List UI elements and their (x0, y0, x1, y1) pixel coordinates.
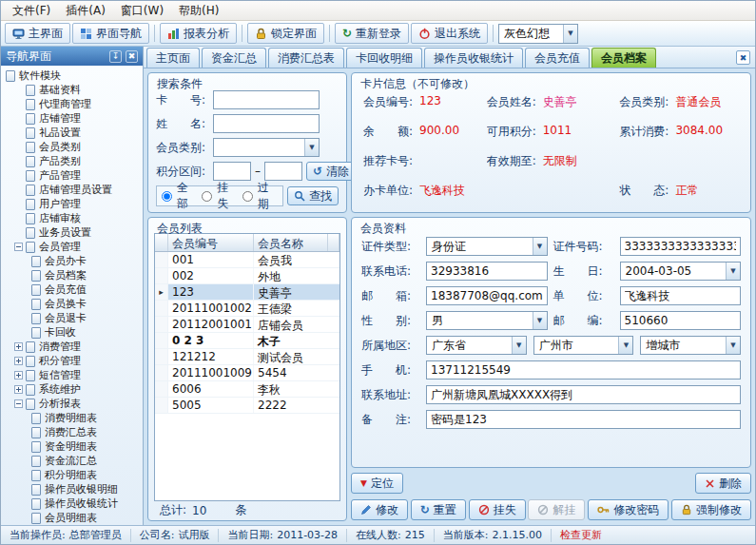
table-row[interactable]: 20112001001店铺会员 (155, 317, 339, 333)
gender-select[interactable]: 男▼ (426, 311, 548, 330)
tree-item[interactable]: 卡回收 (1, 325, 143, 340)
theme-select[interactable]: 灰色幻想 ▼ (498, 24, 578, 44)
tree-item[interactable]: 资金流汇总 (1, 454, 143, 468)
tree-item[interactable]: 基础资料 (1, 83, 143, 97)
remark-input[interactable] (426, 410, 741, 429)
id-type-select[interactable]: 身份证▼ (426, 237, 548, 256)
points-to-input[interactable] (264, 162, 302, 181)
tab-funds-summary[interactable]: 资金汇总 (202, 48, 266, 68)
district-select[interactable]: 增城市▼ (640, 336, 741, 355)
tree-item[interactable]: 产品管理 (1, 168, 143, 183)
tree-item[interactable]: 消费汇总表 (1, 425, 143, 439)
tree-item[interactable]: 店铺审核 (1, 211, 143, 225)
table-row[interactable]: 0 2 3木子 (155, 333, 339, 349)
tree-item[interactable]: 资金明细表 (1, 439, 143, 454)
tree-item[interactable]: 操作员收银统计 (1, 496, 143, 511)
tab-card-recycle-detail[interactable]: 卡回收明细 (346, 48, 422, 68)
name-input[interactable] (213, 114, 320, 133)
reset-button[interactable]: ↻ 重置 (411, 499, 466, 520)
tree-item[interactable]: 礼品设置 (1, 126, 143, 140)
locate-button[interactable]: ▼ 定位 (351, 473, 403, 494)
points-from-input[interactable] (213, 162, 251, 181)
tree-item[interactable]: 积分明细表 (1, 468, 143, 482)
collapse-icon[interactable] (14, 243, 23, 251)
change-password-button[interactable]: 修改密码 (588, 499, 669, 520)
find-button[interactable]: 查找 (287, 186, 339, 205)
expand-icon[interactable] (14, 371, 23, 380)
table-row[interactable]: 50052222 (155, 398, 339, 414)
tree-item[interactable]: 店铺管理 (1, 111, 143, 126)
relogin-button[interactable]: ↻ 重新登录 (335, 23, 409, 44)
report-analysis-button[interactable]: 报表分析 (160, 23, 237, 44)
menu-window[interactable]: 窗口(W) (113, 1, 171, 21)
close-icon[interactable]: ✖ (126, 50, 138, 63)
tree-item[interactable]: 会员明细表 (1, 511, 143, 525)
table-row[interactable]: 201110010095454 (155, 365, 339, 381)
modify-button[interactable]: 修改 (351, 499, 408, 520)
tree-item-member-archive[interactable]: 会员档案 (1, 268, 143, 282)
expand-icon[interactable] (14, 357, 23, 365)
tree-item[interactable]: 会员换卡 (1, 297, 143, 311)
tree-item-system-maintenance[interactable]: 系统维护 (1, 382, 143, 397)
tree-item-software-modules[interactable]: 软件模块 (1, 68, 143, 83)
tree-item[interactable]: 会员充值 (1, 282, 143, 297)
radio-expired[interactable] (242, 191, 253, 202)
report-loss-button[interactable]: 挂失 (469, 499, 526, 520)
pin-icon[interactable]: ↧ (109, 50, 122, 63)
tab-member-archive[interactable]: 会员档案 (591, 48, 656, 68)
tree-item-sms-management[interactable]: 短信管理 (1, 368, 143, 382)
phone-input[interactable] (426, 262, 548, 281)
tree-item[interactable]: 代理商管理 (1, 97, 143, 111)
tree-item[interactable]: 店铺管理员设置 (1, 183, 143, 197)
radio-loss[interactable] (202, 191, 212, 202)
tree-item[interactable]: 操作员收银明细 (1, 482, 143, 496)
address-input[interactable] (426, 385, 741, 404)
column-header-member-name[interactable]: 会员名称 (254, 234, 328, 251)
mobile-input[interactable] (426, 360, 741, 380)
birthday-select[interactable]: 2004-03-05▼ (620, 262, 742, 281)
tab-member-recharge[interactable]: 会员充值 (525, 48, 590, 68)
tree-item-member-management[interactable]: 会员管理 (1, 240, 143, 254)
tree-item[interactable]: 会员办卡 (1, 254, 143, 268)
tab-close-icon[interactable]: ✖ (736, 50, 750, 65)
city-select[interactable]: 广州市▼ (533, 336, 634, 355)
check-update-link[interactable]: 检查更新 (552, 528, 611, 542)
menu-plugins[interactable]: 插件(A) (58, 1, 113, 21)
table-row[interactable]: 20111001002王德梁 (155, 301, 339, 317)
tree-item-analysis-reports[interactable]: 分析报表 (1, 397, 143, 411)
tree-item[interactable]: 产品类别 (1, 154, 143, 168)
tree-item[interactable]: 用户管理 (1, 197, 143, 211)
radio-all[interactable] (162, 191, 172, 202)
tab-consume-summary[interactable]: 消费汇总表 (268, 48, 344, 68)
table-row[interactable]: 6006李秋 (155, 381, 339, 398)
table-row-selected[interactable]: ▸123史善亭 (155, 284, 339, 301)
id-no-input[interactable] (620, 237, 742, 256)
lock-screen-button[interactable]: 锁定界面 (247, 23, 324, 44)
tab-home[interactable]: 主页面 (146, 48, 200, 68)
ui-navigation-button[interactable]: 界面导航 (72, 23, 149, 44)
exit-system-button[interactable]: 退出系统 (411, 23, 488, 44)
email-input[interactable] (426, 286, 548, 305)
tree-item[interactable]: 会员类别 (1, 140, 143, 154)
force-modify-button[interactable]: 强制修改 (671, 499, 751, 520)
card-no-input[interactable] (213, 90, 320, 109)
expand-icon[interactable] (14, 342, 23, 351)
menu-help[interactable]: 帮助(H) (171, 1, 226, 21)
table-row[interactable]: 001会员我 (155, 252, 339, 268)
table-row[interactable]: 002外地 (155, 268, 339, 284)
company-input[interactable] (620, 286, 742, 305)
delete-button[interactable]: 删除 (695, 473, 751, 494)
release-loss-button[interactable]: 解挂 (528, 499, 585, 520)
province-select[interactable]: 广东省▼ (426, 336, 527, 355)
tree-item-consume-management[interactable]: 消费管理 (1, 340, 143, 354)
tree-item-points-management[interactable]: 积分管理 (1, 354, 143, 368)
clear-button[interactable]: ↺ 清除 (306, 162, 356, 181)
tree-item[interactable]: 消费明细表 (1, 411, 143, 425)
zip-input[interactable] (620, 311, 742, 330)
table-row[interactable]: 121212测试会员 (155, 349, 339, 365)
collapse-icon[interactable] (14, 399, 23, 408)
main-screen-button[interactable]: 主界面 (5, 23, 70, 44)
tab-cashier-stats[interactable]: 操作员收银统计 (424, 48, 523, 68)
tree-item[interactable]: 业务员设置 (1, 225, 143, 240)
expand-icon[interactable] (14, 385, 23, 394)
